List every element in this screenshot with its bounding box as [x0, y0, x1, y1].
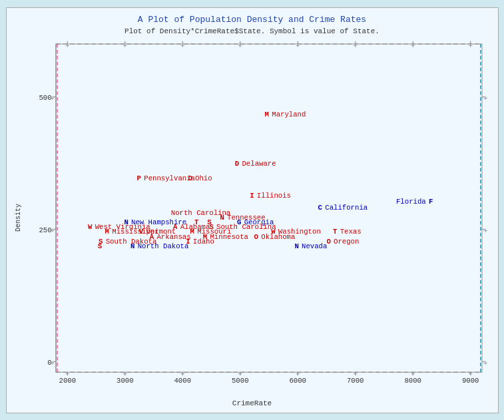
svg-text:+: + [468, 41, 472, 49]
svg-text:+: + [296, 369, 300, 377]
svg-text:V: V [138, 227, 143, 235]
svg-text:+: + [411, 369, 415, 377]
svg-text:M: M [264, 110, 268, 118]
chart-subtitle: Plot of Density*CrimeRate$State. Symbol … [125, 27, 379, 35]
svg-text:+: + [123, 369, 126, 377]
svg-text:Delaware: Delaware [242, 159, 276, 167]
svg-text:Oklahoma: Oklahoma [261, 232, 296, 240]
svg-text:California: California [325, 203, 368, 211]
svg-text:+: + [483, 94, 487, 102]
svg-text:+: + [50, 359, 54, 367]
chart-area: Density 500++250++0++2000++3000++4000++5… [12, 37, 493, 398]
svg-text:M: M [105, 227, 109, 235]
svg-text:D: D [234, 159, 239, 167]
svg-text:+: + [50, 226, 54, 234]
svg-text:+: + [65, 369, 69, 377]
svg-text:F: F [429, 198, 433, 206]
svg-text:Oregon: Oregon [334, 237, 359, 245]
plot-svg: 500++250++0++2000++3000++4000++5000++600… [24, 37, 493, 398]
svg-text:O: O [254, 232, 258, 240]
plot-area: 500++250++0++2000++3000++4000++5000++600… [24, 37, 493, 398]
svg-rect-1 [56, 44, 482, 372]
svg-text:+: + [180, 41, 184, 49]
svg-text:+: + [353, 369, 357, 377]
svg-text:Idaho: Idaho [192, 237, 214, 245]
svg-text:S: S [97, 242, 102, 250]
svg-text:+: + [238, 369, 242, 377]
svg-text:Texas: Texas [340, 227, 361, 235]
svg-text:+: + [483, 359, 487, 367]
svg-text:I: I [250, 191, 254, 199]
svg-text:T: T [333, 227, 338, 235]
svg-text:+: + [50, 94, 54, 102]
x-axis-label: CrimeRate [232, 399, 272, 407]
svg-text:Nevada: Nevada [302, 242, 328, 250]
svg-text:N: N [294, 242, 298, 250]
svg-text:Maryland: Maryland [272, 110, 306, 118]
svg-text:+: + [123, 41, 126, 49]
svg-text:+: + [483, 226, 487, 234]
svg-text:+: + [353, 41, 357, 49]
svg-text:+: + [296, 41, 300, 49]
svg-text:N: N [220, 213, 224, 221]
chart-title: A Plot of Population Density and Crime R… [138, 15, 366, 25]
svg-text:+: + [238, 41, 242, 49]
svg-text:N: N [130, 242, 134, 250]
svg-text:Illinois: Illinois [256, 191, 290, 199]
svg-text:O: O [188, 174, 192, 182]
y-axis-label: Density [12, 37, 24, 398]
svg-text:C: C [318, 203, 322, 211]
svg-text:North Dakota: North Dakota [137, 242, 188, 250]
svg-text:W: W [88, 222, 93, 230]
svg-text:+: + [468, 369, 472, 377]
svg-text:Florida: Florida [395, 198, 425, 206]
svg-text:+: + [411, 41, 415, 49]
svg-text:Minnesota: Minnesota [210, 232, 248, 240]
svg-text:+: + [65, 41, 69, 49]
svg-text:+: + [180, 369, 184, 377]
svg-text:P: P [136, 174, 141, 182]
chart-container: A Plot of Population Density and Crime R… [6, 7, 499, 413]
svg-text:Ohio: Ohio [195, 174, 212, 182]
